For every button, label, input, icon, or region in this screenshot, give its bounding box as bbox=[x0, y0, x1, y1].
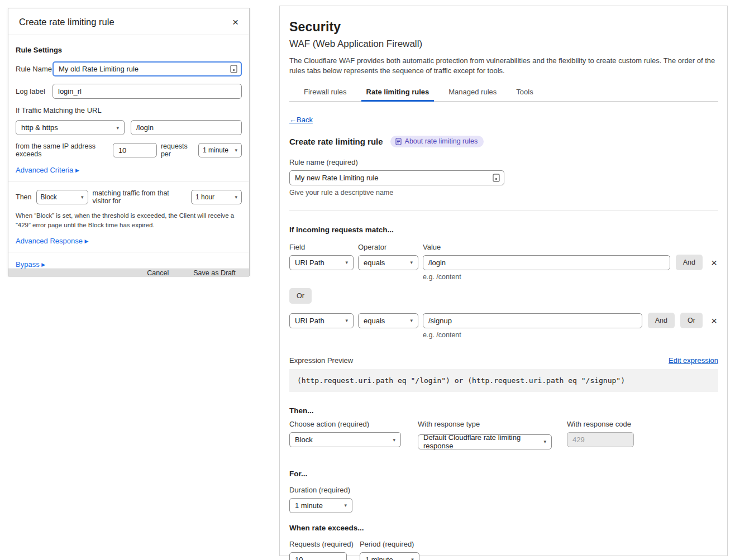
remove-condition-icon[interactable]: × bbox=[710, 257, 718, 268]
triangle-right-icon: ▶ bbox=[85, 238, 89, 244]
match-column-labels: Field Operator Value bbox=[289, 243, 718, 251]
rule-name-input-wrap bbox=[52, 61, 242, 76]
response-code-group: With response code bbox=[567, 420, 634, 449]
then-row: Then Block ▾ matching traffic from that … bbox=[16, 189, 242, 205]
chevron-down-icon: ▾ bbox=[81, 194, 84, 200]
action-select[interactable]: Block ▾ bbox=[36, 190, 88, 204]
operator-select[interactable]: equals ▾ bbox=[358, 255, 418, 270]
duration-value: 1 minute bbox=[295, 501, 323, 510]
autofill-icon bbox=[230, 65, 237, 73]
for-section-title: For... bbox=[289, 470, 718, 478]
back-link[interactable]: ←Back bbox=[289, 116, 313, 124]
operator-column-label: Operator bbox=[358, 243, 423, 251]
log-label-row: Log label bbox=[16, 84, 242, 99]
rule-name-row: Rule Name bbox=[16, 61, 242, 76]
rate-section-title: When rate exceeds... bbox=[289, 524, 718, 532]
chevron-down-icon: ▾ bbox=[116, 125, 119, 131]
chevron-down-icon: ▾ bbox=[393, 437, 395, 443]
and-button[interactable]: And bbox=[648, 313, 675, 328]
rule-name-hint: Give your rule a descriptive name bbox=[289, 189, 718, 197]
threshold-prefix: from the same IP address exceeds bbox=[16, 142, 109, 158]
chevron-down-icon: ▾ bbox=[344, 502, 347, 508]
field-column-label: Field bbox=[289, 243, 358, 251]
value-input[interactable] bbox=[423, 313, 642, 328]
period-label: Period (required) bbox=[360, 540, 419, 548]
autofill-icon bbox=[493, 174, 500, 182]
operator-select[interactable]: equals ▾ bbox=[358, 313, 418, 328]
advanced-response-link[interactable]: Advanced Response ▶ bbox=[16, 237, 89, 245]
choose-action-value: Block bbox=[295, 435, 313, 444]
value-column-label: Value bbox=[423, 243, 441, 251]
chevron-down-icon: ▾ bbox=[543, 439, 546, 444]
rule-name-input[interactable] bbox=[52, 61, 242, 76]
response-type-label: With response type bbox=[418, 420, 567, 428]
block-note: When “Block” is set, when the threshold … bbox=[16, 211, 242, 231]
scheme-select-value: http & https bbox=[21, 123, 58, 132]
log-label-input[interactable] bbox=[52, 84, 242, 99]
then-section-title: Then... bbox=[289, 406, 718, 415]
then-middle: matching traffic from that visitor for bbox=[93, 189, 187, 205]
response-type-group: With response type Default Cloudflare ra… bbox=[418, 420, 567, 449]
and-button[interactable]: And bbox=[676, 255, 703, 270]
chevron-down-icon: ▾ bbox=[345, 260, 348, 265]
save-as-draft-button[interactable]: Save as Draft bbox=[193, 269, 236, 277]
triangle-right-icon: ▶ bbox=[41, 262, 45, 267]
remove-condition-icon[interactable]: × bbox=[710, 315, 718, 326]
back-arrow-icon: ← bbox=[289, 116, 297, 124]
traffic-match-label: If Traffic Matching the URL bbox=[16, 106, 242, 114]
choose-action-group: Choose action (required) Block ▾ bbox=[289, 420, 418, 449]
tab-firewall-rules[interactable]: Firewall rules bbox=[299, 84, 352, 101]
scheme-select[interactable]: http & https ▾ bbox=[16, 120, 125, 135]
response-type-select[interactable]: Default Cloudflare rate limiting respons… bbox=[418, 434, 552, 449]
period-select[interactable]: 1 minute ▾ bbox=[360, 552, 419, 560]
value-input[interactable] bbox=[423, 255, 670, 270]
then-controls-row: Choose action (required) Block ▾ With re… bbox=[289, 420, 718, 449]
threshold-requests-input[interactable] bbox=[113, 143, 157, 157]
choose-action-select[interactable]: Block ▾ bbox=[289, 432, 401, 447]
chevron-down-icon: ▾ bbox=[410, 318, 413, 323]
modal-body: Rule Settings Rule Name Log label If Tra… bbox=[8, 35, 249, 269]
field-select[interactable]: URI Path ▾ bbox=[289, 255, 354, 270]
operator-select-value: equals bbox=[364, 317, 385, 325]
close-icon[interactable]: × bbox=[232, 17, 238, 27]
log-label-label: Log label bbox=[16, 87, 52, 95]
threshold-middle: requests per bbox=[161, 142, 194, 158]
create-rate-limiting-rule-modal: Create rate limiting rule × Rule Setting… bbox=[8, 8, 250, 276]
expression-preview-label: Expression Preview bbox=[289, 356, 353, 365]
period-group: Period (required) 1 minute ▾ bbox=[360, 540, 419, 560]
condition-row: URI Path ▾ equals ▾ And × bbox=[289, 255, 718, 270]
cancel-button[interactable]: Cancel bbox=[147, 269, 169, 277]
form-title: Create rate limiting rule bbox=[289, 137, 383, 146]
field-select[interactable]: URI Path ▾ bbox=[289, 313, 354, 328]
requests-label: Requests (required) bbox=[289, 540, 354, 548]
traffic-match-row: http & https ▾ bbox=[16, 120, 242, 135]
or-connector-button[interactable]: Or bbox=[289, 288, 312, 304]
period-value: 1 minute bbox=[365, 556, 393, 560]
triangle-right-icon: ▶ bbox=[75, 167, 79, 173]
threshold-row: from the same IP address exceeds request… bbox=[16, 142, 242, 158]
response-type-value: Default Cloudflare rate limiting respons… bbox=[423, 433, 539, 450]
duration-select[interactable]: 1 minute ▾ bbox=[289, 498, 352, 513]
expression-preview-code: (http.request.uri.path eq "/login") or (… bbox=[289, 369, 718, 392]
tab-rate-limiting-rules[interactable]: Rate limiting rules bbox=[361, 84, 435, 101]
modal-header: Create rate limiting rule × bbox=[8, 8, 249, 35]
url-input[interactable] bbox=[131, 120, 242, 135]
block-duration-select[interactable]: 1 hour ▾ bbox=[191, 190, 242, 204]
threshold-period-select[interactable]: 1 minute ▾ bbox=[198, 143, 242, 157]
tab-tools[interactable]: Tools bbox=[511, 84, 538, 101]
or-button[interactable]: Or bbox=[680, 313, 703, 328]
requests-input[interactable] bbox=[289, 552, 347, 560]
rule-name-input[interactable] bbox=[289, 170, 504, 185]
rule-name-input-wrap bbox=[289, 170, 504, 185]
field-select-value: URI Path bbox=[295, 317, 324, 325]
section-divider bbox=[289, 210, 718, 211]
chevron-down-icon: ▾ bbox=[235, 194, 237, 200]
rules-tabs: Firewall rules Rate limiting rules Manag… bbox=[289, 84, 718, 102]
edit-expression-link[interactable]: Edit expression bbox=[669, 356, 718, 365]
tab-managed-rules[interactable]: Managed rules bbox=[443, 84, 502, 101]
modal-footer: Cancel Save as Draft bbox=[8, 269, 249, 277]
bypass-link[interactable]: Bypass ▶ bbox=[16, 260, 45, 269]
advanced-criteria-link[interactable]: Advanced Criteria ▶ bbox=[16, 166, 79, 174]
about-rate-limiting-badge[interactable]: About rate limiting rules bbox=[390, 136, 484, 147]
threshold-period-value: 1 minute bbox=[203, 146, 228, 154]
